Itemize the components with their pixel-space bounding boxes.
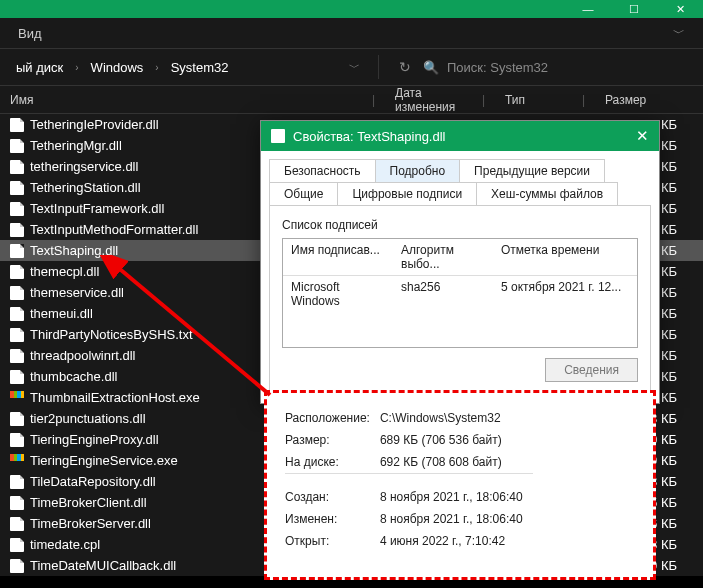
opened-label: Открыт: <box>285 530 380 552</box>
maximize-button[interactable] <box>611 0 657 18</box>
signature-row[interactable]: Microsoft Windows sha256 5 октября 2021 … <box>283 276 637 312</box>
search-box[interactable]: 🔍 Поиск: System32 <box>423 60 703 75</box>
refresh-icon[interactable]: ↻ <box>387 59 423 75</box>
file-icon <box>10 160 24 174</box>
breadcrumb-part[interactable]: Windows <box>85 60 150 75</box>
size-value: 689 КБ (706 536 байт) <box>380 429 533 451</box>
location-label: Расположение: <box>285 407 380 429</box>
file-icon <box>10 496 24 510</box>
file-name: TimeDateMUICallback.dll <box>30 558 176 573</box>
file-icon <box>10 307 24 321</box>
file-icon <box>10 265 24 279</box>
breadcrumb-dropdown-icon[interactable]: ﹀ <box>339 60 370 75</box>
ribbon-expand-icon[interactable]: ﹀ <box>663 25 695 42</box>
dialog-close-icon[interactable]: ✕ <box>636 127 649 145</box>
menu-view[interactable]: Вид <box>8 26 52 41</box>
col-timestamp[interactable]: Отметка времени <box>493 239 637 275</box>
file-name: timedate.cpl <box>30 537 100 552</box>
created-label: Создан: <box>285 486 380 508</box>
file-name: TextShaping.dll <box>30 243 118 258</box>
column-size[interactable]: Размер <box>595 93 695 107</box>
divider <box>378 55 379 79</box>
details-button[interactable]: Сведения <box>545 358 638 382</box>
file-icon <box>10 139 24 153</box>
signature-list[interactable]: Имя подписав... Алгоритм выбо... Отметка… <box>282 238 638 348</box>
tab-security[interactable]: Безопасность <box>269 159 376 182</box>
tab-general[interactable]: Общие <box>269 182 338 205</box>
location-value: C:\Windows\System32 <box>380 407 533 429</box>
file-name: TieringEngineProxy.dll <box>30 432 159 447</box>
dialog-tabs: Безопасность Подробно Предыдущие версии <box>261 151 659 182</box>
file-icon <box>10 517 24 531</box>
close-button[interactable] <box>657 0 703 18</box>
tab-content: Список подписей Имя подписав... Алгоритм… <box>269 205 651 395</box>
column-type[interactable]: Тип| <box>495 93 595 107</box>
tab-details[interactable]: Подробно <box>375 159 461 182</box>
exe-icon <box>10 391 24 405</box>
file-name: themecpl.dll <box>30 264 99 279</box>
modified-value: 8 ноября 2021 г., 18:06:40 <box>380 508 533 530</box>
file-icon <box>271 129 285 143</box>
file-icon <box>10 286 24 300</box>
dialog-title: Свойства: TextShaping.dll <box>293 129 445 144</box>
dialog-titlebar[interactable]: Свойства: TextShaping.dll ✕ <box>261 121 659 151</box>
disk-label: На диске: <box>285 451 380 474</box>
file-name: TextInputMethodFormatter.dll <box>30 222 198 237</box>
algo-cell: sha256 <box>393 276 493 312</box>
disk-value: 692 КБ (708 608 байт) <box>380 451 533 474</box>
tab-previous-versions[interactable]: Предыдущие версии <box>459 159 605 182</box>
file-icon <box>10 202 24 216</box>
breadcrumb-part[interactable]: ый диск <box>10 60 69 75</box>
file-icon <box>10 223 24 237</box>
file-name: TetheringIeProvider.dll <box>30 117 159 132</box>
file-name: ThumbnailExtractionHost.exe <box>30 390 200 405</box>
column-date[interactable]: Дата изменения| <box>385 86 495 114</box>
file-name: tier2punctuations.dll <box>30 411 146 426</box>
minimize-button[interactable] <box>565 0 611 18</box>
file-icon <box>10 328 24 342</box>
breadcrumb[interactable]: ый диск › Windows › System32 <box>0 60 339 75</box>
menubar: Вид ﹀ <box>0 18 703 48</box>
file-name: themeui.dll <box>30 306 93 321</box>
file-icon <box>10 412 24 426</box>
opened-value: 4 июня 2022 г., 7:10:42 <box>380 530 533 552</box>
file-name: themeservice.dll <box>30 285 124 300</box>
file-icon <box>10 475 24 489</box>
file-name: TetheringStation.dll <box>30 180 141 195</box>
file-name: TextInputFramework.dll <box>30 201 164 216</box>
timestamp-cell: 5 октября 2021 г. 12... <box>493 276 637 312</box>
exe-icon <box>10 454 24 468</box>
size-label: Размер: <box>285 429 380 451</box>
modified-label: Изменен: <box>285 508 380 530</box>
column-headers: Имя| Дата изменения| Тип| Размер <box>0 86 703 114</box>
file-name: tetheringservice.dll <box>30 159 138 174</box>
file-icon <box>10 538 24 552</box>
file-name: TetheringMgr.dll <box>30 138 122 153</box>
file-icon <box>10 244 24 258</box>
file-icon <box>10 370 24 384</box>
dialog-tabs-row2: Общие Цифровые подписи Хеш-суммы файлов <box>261 182 659 205</box>
chevron-right-icon: › <box>69 62 84 73</box>
signer-cell: Microsoft Windows <box>283 276 393 312</box>
col-signer[interactable]: Имя подписав... <box>283 239 393 275</box>
file-icon <box>10 118 24 132</box>
col-algorithm[interactable]: Алгоритм выбо... <box>393 239 493 275</box>
tab-digital-signatures[interactable]: Цифровые подписи <box>337 182 477 205</box>
signature-list-label: Список подписей <box>282 218 638 232</box>
file-name: threadpoolwinrt.dll <box>30 348 136 363</box>
signature-list-header: Имя подписав... Алгоритм выбо... Отметка… <box>283 239 637 276</box>
tab-hashes[interactable]: Хеш-суммы файлов <box>476 182 618 205</box>
properties-dialog: Свойства: TextShaping.dll ✕ Безопасность… <box>260 120 660 404</box>
breadcrumb-part[interactable]: System32 <box>165 60 235 75</box>
column-name[interactable]: Имя| <box>0 93 385 107</box>
file-name: TieringEngineService.exe <box>30 453 178 468</box>
file-name: ThirdPartyNoticesBySHS.txt <box>30 327 193 342</box>
chevron-right-icon: › <box>149 62 164 73</box>
created-value: 8 ноября 2021 г., 18:06:40 <box>380 486 533 508</box>
file-icon <box>10 433 24 447</box>
file-icon <box>10 181 24 195</box>
file-name: TileDataRepository.dll <box>30 474 156 489</box>
file-name: thumbcache.dll <box>30 369 117 384</box>
file-name: TimeBrokerClient.dll <box>30 495 147 510</box>
file-icon <box>10 559 24 573</box>
